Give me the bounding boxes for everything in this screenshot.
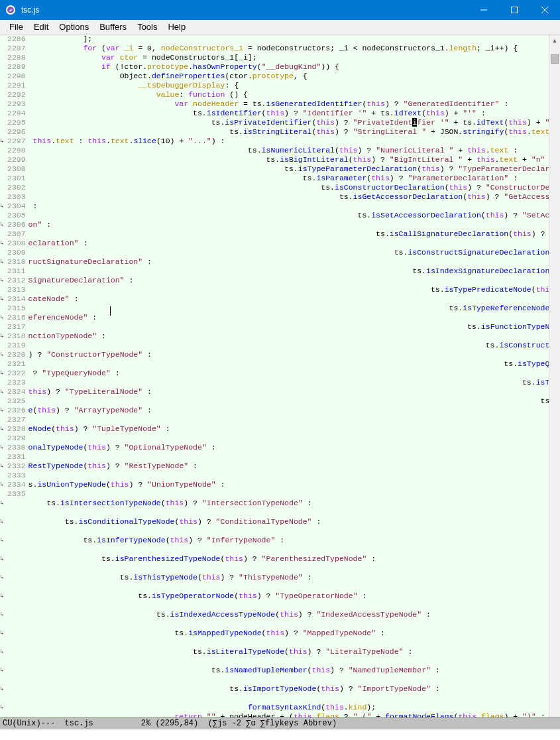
code-line[interactable]: eclaration" : (28, 239, 549, 248)
code-line[interactable]: ts.isParameter(this) ? "ParameterDeclara… (28, 174, 549, 183)
code-line[interactable] (28, 489, 549, 499)
code-line[interactable]: ts.isConditionalTypeNode(this) ? "Condit… (28, 517, 549, 526)
code-line[interactable] (28, 582, 549, 591)
window-title: tsc.js (21, 5, 469, 15)
code-line[interactable]: eNode(this) ? "TupleTypeNode" : (28, 424, 549, 434)
code-line[interactable]: ts.isGetAccessorDeclaration(this) ? "Get… (28, 192, 549, 202)
vertical-scrollbar[interactable]: ▴ (549, 34, 560, 717)
code-line[interactable]: ts.isFunctionTypeNode(this) ? "Fu (28, 322, 549, 332)
code-line[interactable]: ts.isTypeOperatorNode(this) ? "TypeOpera… (28, 591, 549, 601)
code-line[interactable]: ts.isConstructorDeclaration(this) ? "Con… (28, 183, 549, 192)
menu-item-tools[interactable]: Tools (132, 22, 162, 32)
code-line[interactable]: ts.isTypeParameterDeclaration(this) ? "T… (28, 164, 549, 174)
code-line[interactable]: SignatureDeclaration" : (28, 276, 549, 285)
code-line[interactable] (28, 564, 549, 573)
code-line[interactable]: var ctor = nodeConstructors_1[_i]; (28, 53, 549, 62)
code-line[interactable]: this.text : this.text.slice(10) + "...")… (28, 137, 549, 146)
text-cursor-caret (110, 306, 111, 316)
code-line[interactable]: ts.isInferTypeNode(this) ? "InferTypeNod… (28, 536, 549, 545)
code-line[interactable] (28, 619, 549, 629)
code-line[interactable]: s.isUnionTypeNode(this) ? "UnionTypeNode… (28, 480, 549, 489)
code-line[interactable]: t (28, 471, 549, 480)
code-line[interactable]: ]; (28, 34, 549, 44)
code-line[interactable]: ts.isNamedTupleMember(this) ? "NamedTupl… (28, 666, 549, 675)
code-line[interactable]: ts.isIntersectionTypeNode(this) ? "Inter… (28, 499, 549, 508)
window-close-button[interactable] (530, 0, 560, 20)
code-line[interactable]: return "" + nodeHeader + (this.flags ? "… (28, 712, 549, 717)
code-line[interactable]: ts.isConstructorTypeNode(this (28, 341, 549, 350)
code-line[interactable]: for (var _i = 0, nodeConstructors_1 = no… (28, 44, 549, 53)
menu-item-help[interactable]: Help (162, 22, 191, 32)
code-line[interactable]: ts.isNumericLiteral(this) ? "NumericLite… (28, 146, 549, 155)
emacs-app-icon (5, 5, 16, 15)
code-line[interactable]: ts.isIndexSignatureDeclaration(this) ? "… (28, 267, 549, 276)
menu-item-options[interactable]: Options (54, 22, 94, 32)
code-line[interactable]: nctionTypeNode" : (28, 332, 549, 341)
code-line[interactable]: ? "TypeQueryNode" : (28, 369, 549, 378)
code-line[interactable]: ts.isOpti (28, 434, 549, 443)
code-line[interactable]: formatSyntaxKind(this.kind); (28, 703, 549, 712)
code-line[interactable]: ts.isBigIntLiteral(this) ? "BigIntLitera… (28, 155, 549, 164)
mode-line: CU(Unix)--- tsc.js 2% (2295,84) (∑js -2 … (0, 717, 560, 729)
code-line[interactable]: value: function () { (28, 90, 549, 99)
code-line[interactable]: ructSignatureDeclaration" : (28, 257, 549, 267)
code-line[interactable]: ts.isTupleTyp (28, 415, 549, 424)
code-line[interactable]: ts.isTypeLiteralNode( (28, 378, 549, 387)
code-line[interactable]: ts.isTypeReferenceNode(this) ? "TypeR (28, 304, 549, 313)
code-line[interactable] (28, 545, 549, 554)
code-line[interactable]: ts.isLiteralTypeNode(this) ? "LiteralTyp… (28, 647, 549, 656)
svg-rect-3 (512, 7, 518, 13)
code-line[interactable]: cateNode" : (28, 294, 549, 304)
code-line[interactable]: eferenceNode" : (28, 313, 549, 322)
scrollbar-thumb[interactable] (551, 54, 559, 64)
code-line[interactable] (28, 601, 549, 610)
code-line[interactable]: __tsDebuggerDisplay: { (28, 81, 549, 90)
code-line[interactable]: if (!ctor.prototype.hasOwnProperty("__de… (28, 62, 549, 72)
left-fringe: ↳ ↳ ↳ ↳ ↳ ↳ ↳ ↳ ↳ ↳ ↳ ↳ ↳ ↳ ↳ ↳ ↳ ↳ ↳ ↳ … (0, 34, 6, 717)
menu-item-buffers[interactable]: Buffers (94, 22, 132, 32)
code-line[interactable]: ts.isIdentifier(this) ? "Identifier '" +… (28, 109, 549, 118)
code-line[interactable]: e(this) ? "ArrayTypeNode" : (28, 406, 549, 415)
code-line[interactable]: ts.isIndexedAccessTypeNode(this) ? "Inde… (28, 610, 549, 619)
code-line[interactable]: ) ? "ConstructorTypeNode" : (28, 350, 549, 359)
code-line[interactable]: Object.defineProperties(ctor.prototype, … (28, 72, 549, 81)
code-line[interactable]: ts.isSetAccessorDeclaration(this) ? "Set… (28, 211, 549, 220)
window-minimize-button[interactable] (469, 0, 499, 20)
minibuffer[interactable] (0, 729, 560, 740)
code-line[interactable]: ts.isTypeQueryNode(this) (28, 359, 549, 369)
code-line[interactable]: ts.isThisTypeNode(this) ? "ThisTypeNode"… (28, 573, 549, 582)
code-line[interactable] (28, 526, 549, 536)
code-line[interactable] (28, 694, 549, 703)
window-titlebar: tsc.js (0, 0, 560, 20)
code-line[interactable]: ts.isPrivateIdentifier(this) ? "PrivateI… (28, 118, 549, 127)
code-line[interactable] (28, 638, 549, 647)
code-line[interactable]: ts.isConstructSignatureDeclaration(this)… (28, 248, 549, 257)
menu-item-edit[interactable]: Edit (28, 22, 54, 32)
line-number-gutter: 2286228722882289229022912292229322942295… (6, 34, 28, 717)
code-line[interactable]: : (28, 202, 549, 211)
editor-area[interactable]: ↳ ↳ ↳ ↳ ↳ ↳ ↳ ↳ ↳ ↳ ↳ ↳ ↳ ↳ ↳ ↳ ↳ ↳ ↳ ↳ … (0, 34, 560, 717)
code-line[interactable] (28, 656, 549, 666)
code-line[interactable]: ts.isCallSignatureDeclaration(this) ? "C… (28, 229, 549, 239)
code-line[interactable]: ts.isArrayTypeNod (28, 397, 549, 406)
code-line[interactable] (28, 508, 549, 517)
window-maximize-button[interactable] (499, 0, 530, 20)
scroll-up-arrow[interactable]: ▴ (549, 34, 560, 46)
code-line[interactable]: ts.isParenthesizedTypeNode(this) ? "Pare… (28, 554, 549, 564)
code-line[interactable]: ts.isTypePredicateNode(this) ? "TypePred… (28, 285, 549, 294)
code-line[interactable]: ts.isMappedTypeNode(this) ? "MappedTypeN… (28, 629, 549, 638)
code-buffer[interactable]: ]; for (var _i = 0, nodeConstructors_1 =… (28, 34, 549, 717)
code-line[interactable] (28, 675, 549, 684)
code-line[interactable]: var nodeHeader = ts.isGeneratedIdentifie… (28, 99, 549, 109)
menu-item-file[interactable]: File (4, 22, 28, 32)
code-line[interactable]: RestTypeNode(this) ? "RestTypeNode" : (28, 462, 549, 471)
menu-bar: FileEditOptionsBuffersToolsHelp (0, 20, 560, 34)
code-line[interactable]: ts.isStringLiteral(this) ? "StringLitera… (28, 127, 549, 137)
code-line[interactable]: ts.is (28, 452, 549, 462)
code-line[interactable]: onalTypeNode(this) ? "OptionalTypeNode" … (28, 443, 549, 452)
code-line[interactable]: ts.isImportTypeNode(this) ? "ImportTypeN… (28, 684, 549, 694)
code-line[interactable]: on" : (28, 220, 549, 229)
code-line[interactable]: this) ? "TypeLiteralNode" : (28, 387, 549, 397)
